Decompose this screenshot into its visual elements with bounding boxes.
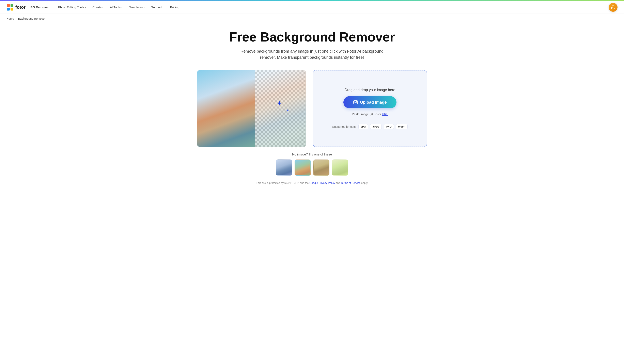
nav-create-label: Create xyxy=(92,5,102,9)
navbar: fotor BG Remover Photo Editing Tools ▾ C… xyxy=(0,1,624,14)
sample-thumb-beach[interactable] xyxy=(295,160,311,176)
svg-rect-4 xyxy=(11,8,13,11)
try-label: Try xyxy=(612,5,615,7)
samples-section: No image? Try one of these xyxy=(0,147,624,179)
format-webp: WebP xyxy=(396,124,408,129)
sparkle-large-icon: ✦ xyxy=(277,99,282,107)
nav-create[interactable]: Create ▾ xyxy=(90,4,106,11)
chevron-down-icon: ▾ xyxy=(121,6,122,8)
svg-rect-1 xyxy=(7,4,10,7)
logo-text: fotor xyxy=(15,5,26,10)
preview-image-bg: ✦ ✦ xyxy=(197,70,306,147)
upload-dropzone[interactable]: Drag and drop your image here Upload Ima… xyxy=(313,70,427,147)
samples-row xyxy=(4,160,620,176)
nav-support-label: Support xyxy=(151,5,162,9)
nav-photo-editing-label: Photo Editing Tools xyxy=(58,5,84,9)
format-jpeg: JPEG xyxy=(370,124,382,129)
breadcrumb-current: Background Remover xyxy=(18,17,45,20)
sample-thumb-person[interactable] xyxy=(276,160,292,176)
format-jpg: JPG xyxy=(358,124,368,129)
samples-title: No image? Try one of these xyxy=(4,153,620,156)
nav-support[interactable]: Support ▾ xyxy=(148,4,167,11)
try-pro-badge[interactable]: Try Pro xyxy=(609,3,618,12)
pro-label: Pro xyxy=(611,7,615,9)
page-title: Free Background Remover xyxy=(4,30,620,44)
nav-links: Photo Editing Tools ▾ Create ▾ AI Tools … xyxy=(55,4,618,11)
fotor-logo-icon xyxy=(6,4,14,11)
preview-image-container: ✦ ✦ xyxy=(197,70,306,147)
nav-photo-editing[interactable]: Photo Editing Tools ▾ xyxy=(55,4,89,11)
chevron-down-icon: ▾ xyxy=(162,6,163,8)
nav-ai-tools-label: AI Tools xyxy=(110,5,121,9)
nav-templates-label: Templates xyxy=(129,5,143,9)
nav-templates[interactable]: Templates ▾ xyxy=(126,4,147,11)
supported-formats: Supported formats: JPG JPEG PNG WebP xyxy=(332,124,408,129)
sample-thumb-dog[interactable] xyxy=(313,160,329,176)
format-png: PNG xyxy=(384,124,394,129)
terms-link[interactable]: Terms of Service xyxy=(341,181,361,184)
hero-subtitle: Remove backgrounds from any image in jus… xyxy=(235,48,389,60)
hero-section: Free Background Remover Remove backgroun… xyxy=(0,24,624,65)
svg-rect-3 xyxy=(7,8,10,11)
url-link[interactable]: URL xyxy=(382,112,388,116)
breadcrumb-separator: › xyxy=(16,17,16,20)
drag-drop-text: Drag and drop your image here xyxy=(345,88,395,92)
upload-button-label: Upload Image xyxy=(360,100,387,105)
paste-hint: Paste image (⌘ V) or URL xyxy=(352,112,388,116)
nav-ai-tools[interactable]: AI Tools ▾ xyxy=(107,4,125,11)
sample-thumb-bottle[interactable] xyxy=(332,160,348,176)
checkerboard-overlay xyxy=(255,70,306,147)
bg-remover-label: BG Remover xyxy=(30,5,49,9)
chevron-down-icon: ▾ xyxy=(102,6,103,8)
logo[interactable]: fotor xyxy=(6,4,26,11)
sparkle-small-icon: ✦ xyxy=(286,109,289,112)
main-content: ✦ ✦ Drag and drop your image here Upload… xyxy=(190,70,434,147)
svg-rect-2 xyxy=(11,4,13,7)
footer-apply: apply. xyxy=(361,181,368,184)
privacy-policy-link[interactable]: Google Privacy Policy xyxy=(309,181,335,184)
footer-note: This site is protected by reCAPTCHA and … xyxy=(0,179,624,188)
breadcrumb-home[interactable]: Home xyxy=(6,17,14,20)
upload-icon xyxy=(353,100,358,105)
footer-and: and xyxy=(336,181,341,184)
breadcrumb: Home › Background Remover xyxy=(0,14,624,24)
chevron-down-icon: ▾ xyxy=(85,6,86,8)
formats-label: Supported formats: xyxy=(332,125,356,128)
recaptcha-notice: This site is protected by reCAPTCHA and … xyxy=(256,181,309,184)
chevron-down-icon: ▾ xyxy=(144,6,145,8)
upload-image-button[interactable]: Upload Image xyxy=(343,96,396,108)
nav-pricing[interactable]: Pricing xyxy=(167,4,182,11)
